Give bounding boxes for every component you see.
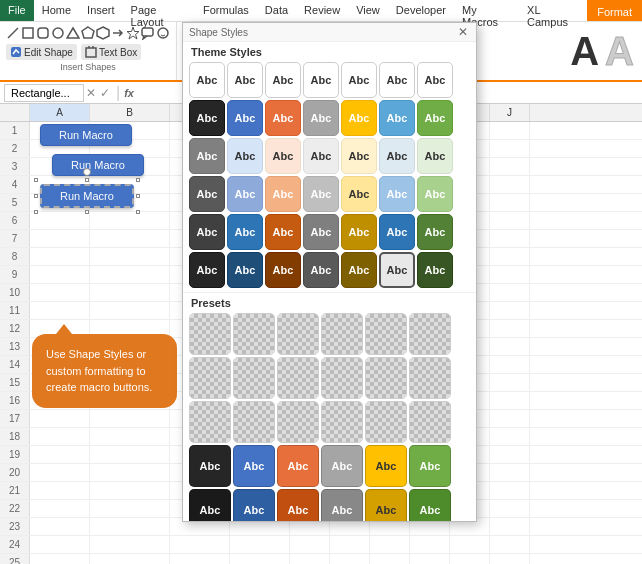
cell[interactable] xyxy=(30,482,90,499)
cell[interactable] xyxy=(30,428,90,445)
preset-solid-item[interactable]: Abc xyxy=(189,489,231,522)
cell[interactable] xyxy=(490,536,530,553)
style-item[interactable]: Abc xyxy=(303,176,339,212)
cell[interactable] xyxy=(490,284,530,301)
style-item[interactable]: Abc xyxy=(227,62,263,98)
style-item[interactable]: Abc xyxy=(341,252,377,288)
style-item[interactable]: Abc xyxy=(341,214,377,250)
cell[interactable] xyxy=(490,374,530,391)
cell[interactable] xyxy=(490,212,530,229)
cell[interactable] xyxy=(90,518,170,535)
preset-item[interactable] xyxy=(321,313,363,355)
preset-item[interactable] xyxy=(233,401,275,443)
tab-formulas[interactable]: Formulas xyxy=(195,0,257,21)
col-header-b[interactable]: B xyxy=(90,104,170,121)
cell[interactable] xyxy=(330,554,370,564)
cell[interactable] xyxy=(490,428,530,445)
cell[interactable] xyxy=(30,518,90,535)
style-item[interactable]: Abc xyxy=(265,214,301,250)
rect-icon[interactable] xyxy=(21,26,35,40)
callout-icon[interactable] xyxy=(141,26,155,40)
cell[interactable] xyxy=(490,338,530,355)
preset-solid-item[interactable]: Abc xyxy=(189,445,231,487)
cell[interactable] xyxy=(450,536,490,553)
tab-insert[interactable]: Insert xyxy=(79,0,123,21)
cell[interactable] xyxy=(90,536,170,553)
formula-bar-confirm[interactable]: ✓ xyxy=(100,86,110,100)
style-item[interactable]: Abc xyxy=(379,252,415,288)
style-item[interactable]: Abc xyxy=(379,62,415,98)
style-item[interactable]: Abc xyxy=(189,214,225,250)
line-icon[interactable] xyxy=(6,26,20,40)
preset-item[interactable] xyxy=(365,357,407,399)
style-item[interactable]: Abc xyxy=(189,176,225,212)
cell[interactable] xyxy=(290,554,330,564)
style-item[interactable]: Abc xyxy=(379,214,415,250)
cell[interactable] xyxy=(30,554,90,564)
preset-item[interactable] xyxy=(189,357,231,399)
cell[interactable] xyxy=(490,176,530,193)
cell[interactable] xyxy=(90,554,170,564)
style-item[interactable]: Abc xyxy=(227,138,263,174)
dropdown-close[interactable]: ✕ xyxy=(456,25,470,39)
cell[interactable] xyxy=(490,248,530,265)
col-header-a[interactable]: A xyxy=(30,104,90,121)
style-item[interactable]: Abc xyxy=(417,252,453,288)
cell[interactable] xyxy=(490,158,530,175)
style-item[interactable]: Abc xyxy=(341,176,377,212)
style-item[interactable]: Abc xyxy=(265,138,301,174)
cell[interactable] xyxy=(490,446,530,463)
preset-item[interactable] xyxy=(233,357,275,399)
run-macro-btn-3[interactable]: Run Macro xyxy=(40,184,134,208)
cell[interactable] xyxy=(490,140,530,157)
col-header-j[interactable]: J xyxy=(490,104,530,121)
cell[interactable] xyxy=(90,482,170,499)
style-item[interactable]: Abc xyxy=(417,176,453,212)
cell[interactable] xyxy=(490,482,530,499)
style-item[interactable]: Abc xyxy=(189,62,225,98)
cell[interactable] xyxy=(90,410,170,427)
style-item[interactable]: Abc xyxy=(227,100,263,136)
style-item[interactable]: Abc xyxy=(417,214,453,250)
style-item[interactable]: Abc xyxy=(265,176,301,212)
tab-home[interactable]: Home xyxy=(34,0,79,21)
tab-xl-campus[interactable]: XL Campus xyxy=(519,0,587,21)
pentagon-icon[interactable] xyxy=(81,26,95,40)
hexagon-icon[interactable] xyxy=(96,26,110,40)
large-a-filled[interactable]: A xyxy=(570,31,599,71)
preset-item[interactable] xyxy=(365,313,407,355)
cell[interactable] xyxy=(30,302,90,319)
cell[interactable] xyxy=(490,194,530,211)
cell[interactable] xyxy=(90,302,170,319)
cell[interactable] xyxy=(170,536,230,553)
style-item[interactable]: Abc xyxy=(379,100,415,136)
cell[interactable] xyxy=(370,554,410,564)
cell[interactable] xyxy=(30,536,90,553)
cell[interactable] xyxy=(490,500,530,517)
style-item[interactable]: Abc xyxy=(265,252,301,288)
style-item[interactable]: Abc xyxy=(417,138,453,174)
tab-page-layout[interactable]: Page Layout xyxy=(123,0,195,21)
preset-item[interactable] xyxy=(277,313,319,355)
cell[interactable] xyxy=(170,554,230,564)
preset-item[interactable] xyxy=(189,313,231,355)
preset-item[interactable] xyxy=(409,401,451,443)
style-item[interactable]: Abc xyxy=(303,138,339,174)
cell[interactable] xyxy=(490,122,530,139)
cell[interactable] xyxy=(490,302,530,319)
preset-solid-item[interactable]: Abc xyxy=(233,489,275,522)
large-a-outline[interactable]: A xyxy=(605,31,634,71)
preset-solid-item[interactable]: Abc xyxy=(409,489,451,522)
cell[interactable] xyxy=(30,248,90,265)
cell[interactable] xyxy=(490,554,530,564)
cell[interactable] xyxy=(90,284,170,301)
name-box[interactable] xyxy=(4,84,84,102)
cell[interactable] xyxy=(90,248,170,265)
preset-item[interactable] xyxy=(189,401,231,443)
run-macro-btn-2[interactable]: Run Macro xyxy=(52,154,144,176)
style-item[interactable]: Abc xyxy=(265,62,301,98)
style-item[interactable]: Abc xyxy=(189,252,225,288)
style-item[interactable]: Abc xyxy=(341,62,377,98)
cell[interactable] xyxy=(410,536,450,553)
cell[interactable] xyxy=(30,446,90,463)
